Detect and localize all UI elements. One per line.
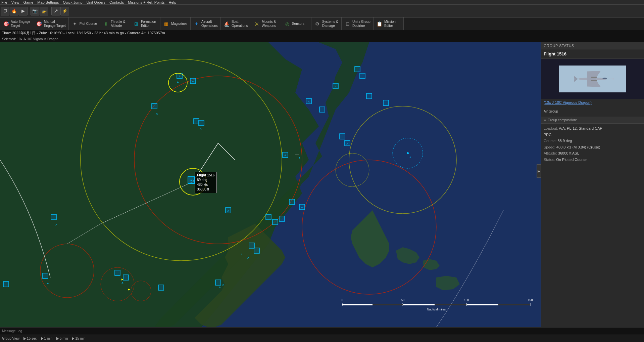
formation-editor-button[interactable]: ⊞ FormationEditor	[130, 17, 160, 30]
boat-ops-icon: ⛵	[224, 20, 230, 27]
message-log-label[interactable]: Message Log	[2, 329, 22, 333]
group-comp-label: Group composition:	[548, 118, 577, 122]
svg-rect-87	[466, 304, 498, 305]
bolt-button[interactable]: ⚡	[60, 7, 69, 15]
manual-engage-button[interactable]: 🎯 ManualEngage Target	[33, 17, 69, 30]
mission-editor-button[interactable]: 📋 MissionEditor	[374, 17, 404, 30]
svg-text:A: A	[179, 75, 181, 78]
time-15sec-label: 15 sec	[27, 337, 37, 340]
menu-file[interactable]: File	[1, 0, 7, 4]
panel-expand-button[interactable]: ▶	[537, 164, 541, 178]
svg-rect-41	[273, 219, 278, 225]
arrow-button[interactable]: ↗	[51, 7, 60, 15]
weapons-icon: ⚔	[254, 20, 260, 27]
play-button[interactable]: ▶	[19, 7, 28, 15]
map-canvas: A A A A ✈	[0, 42, 541, 327]
menu-quick-jump[interactable]: Quick Jump	[63, 0, 83, 4]
aircraft-operations-button[interactable]: ✈ AircraftOperations	[191, 17, 221, 30]
time-5min-button[interactable]: 5 min	[56, 337, 68, 340]
svg-text:A: A	[47, 282, 49, 285]
sensors-button[interactable]: ◎ Sensors	[281, 17, 311, 30]
time-1min-button[interactable]: 1 min	[41, 337, 52, 340]
svg-rect-72	[3, 282, 9, 287]
play-15min-icon	[72, 337, 74, 340]
group-view-button[interactable]: Group View	[2, 337, 19, 340]
unit-group-button[interactable]: ⊟ Unit / GroupDoctrine	[342, 17, 374, 30]
svg-rect-91	[591, 77, 597, 78]
systems-damage-button[interactable]: ⚙ Systems &Damage	[311, 17, 342, 30]
weapons-label: Mounts &Weapons	[262, 20, 276, 28]
aircraft-ops-icon: ✈	[193, 20, 200, 27]
svg-text:A: A	[247, 256, 249, 259]
auto-engage-button[interactable]: 🎯 Auto EngageTarget	[0, 17, 33, 30]
group-composition-header[interactable]: ▽ Group composition:	[541, 117, 644, 124]
svg-point-93	[602, 78, 607, 79]
throttle-altitude-button[interactable]: ⇧ Throttle &Altitude	[100, 17, 130, 30]
magazines-label: Magazines	[171, 22, 187, 26]
panel-aircraft-link[interactable]: (10x J-10C Vigorous Dragon)	[541, 99, 644, 106]
manual-engage-label: ManualEngage Target	[44, 20, 66, 28]
unit-group-icon: ⊟	[344, 20, 351, 27]
status-bar: Time: 2022年6月1日 - Zulu: 10:16:50 - Local…	[0, 30, 644, 36]
svg-rect-86	[435, 304, 466, 305]
plot-course-button[interactable]: ✦ Plot Course	[69, 17, 100, 30]
svg-rect-53	[355, 67, 360, 72]
map-area[interactable]: A A A A ✈	[0, 42, 541, 327]
svg-text:A: A	[222, 283, 224, 286]
svg-text:A: A	[335, 85, 337, 88]
message-bar: Message Log	[0, 327, 644, 335]
toolbar: ⏱ 🔥 ▶ 📷 🚁 ↗ ⚡	[0, 5, 644, 17]
camera-button[interactable]: 📷	[31, 7, 39, 15]
svg-text:A: A	[241, 253, 243, 256]
mounts-weapons-button[interactable]: ⚔ Mounts &Weapons	[251, 17, 281, 30]
unit-group-label: Unit / GroupDoctrine	[352, 20, 370, 28]
manual-engage-icon: 🎯	[36, 20, 43, 27]
svg-text:A: A	[192, 80, 194, 83]
svg-rect-68	[123, 275, 129, 280]
mission-editor-label: MissionEditor	[384, 20, 396, 28]
course-label: Course:	[544, 139, 557, 143]
svg-rect-43	[249, 243, 254, 248]
svg-rect-44	[254, 248, 259, 253]
systems-label: Systems &Damage	[322, 20, 338, 28]
speed-row: Speed: 480.0 kts (M 0.84) (Cruise)	[544, 144, 641, 150]
magazines-button[interactable]: ▦ Magazines	[160, 17, 191, 30]
unit-button[interactable]: 🚁	[40, 7, 48, 15]
svg-rect-70	[43, 273, 48, 279]
throttle-label: Throttle &Altitude	[111, 20, 125, 28]
svg-rect-42	[279, 216, 285, 221]
clock-button[interactable]: ⏱	[1, 7, 9, 15]
course-row: Course: 88.9 deg	[544, 138, 641, 144]
main-content: A A A A ✈	[0, 42, 644, 327]
svg-rect-27	[319, 107, 325, 112]
menu-missions[interactable]: Missions + Ref. Points	[128, 0, 164, 4]
magazines-icon: ▦	[163, 20, 170, 27]
status-value: On Plotted Course	[556, 158, 587, 162]
menu-game[interactable]: Game	[23, 0, 33, 4]
menu-unit-orders[interactable]: Unit Orders	[87, 0, 105, 4]
course-value: 88.9 deg	[558, 139, 572, 143]
time-15min-button[interactable]: 15 min	[72, 337, 85, 340]
loadout-value: A/A: PL-12, Standard CAP	[559, 126, 602, 130]
group-view-label: Group View	[2, 337, 19, 340]
svg-text:A: A	[156, 112, 158, 115]
menu-help[interactable]: Help	[168, 0, 176, 4]
time-15sec-button[interactable]: 15 sec	[23, 337, 37, 340]
plot-course-label: Plot Course	[80, 22, 97, 26]
speed-value: 480.0 kts (M 0.84) (Cruise)	[556, 145, 600, 149]
menu-map-settings[interactable]: Map Settings	[37, 0, 59, 4]
boat-operations-button[interactable]: ⛵ BoatOperations	[221, 17, 251, 30]
sensors-icon: ◎	[284, 20, 291, 27]
svg-rect-51	[51, 214, 56, 220]
right-panel: GROUP STATUS Flight 1516	[541, 42, 644, 327]
svg-text:A: A	[301, 206, 303, 209]
menu-contacts[interactable]: Contacts	[109, 0, 124, 4]
formation-label: FormationEditor	[141, 20, 156, 28]
panel-info: Air Group	[541, 106, 644, 117]
fire-button[interactable]: 🔥	[10, 7, 18, 15]
aircraft-image	[541, 59, 644, 99]
menu-view[interactable]: View	[11, 0, 19, 4]
svg-text:A: A	[284, 154, 286, 157]
loadout-label: Loadout:	[544, 126, 558, 130]
svg-rect-21	[199, 120, 204, 126]
